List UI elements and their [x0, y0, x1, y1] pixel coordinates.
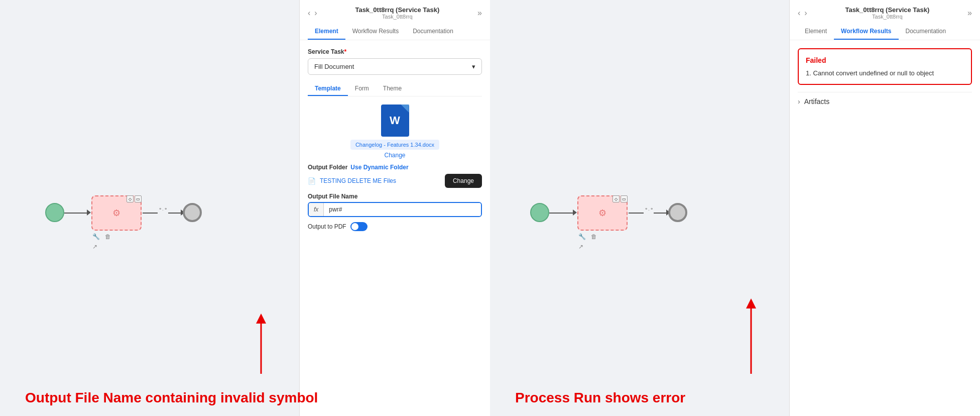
error-box: Failed 1. Cannot convert undefined or nu… — [798, 48, 972, 85]
panel-body: Service Task* Fill Document ▾ Template F… — [300, 40, 490, 416]
right-tab-workflow-results[interactable]: Workflow Results — [834, 24, 898, 40]
right-gear-icon: ⚙ — [598, 207, 606, 219]
right-delete-icon[interactable]: 🗑 — [591, 233, 597, 240]
connector-3 — [168, 213, 182, 214]
right-panel-tabs: Element Workflow Results Documentation — [798, 24, 972, 40]
service-task-select[interactable]: Fill Document ▾ — [308, 58, 482, 75]
right-prev-arrow[interactable]: ‹ — [798, 9, 800, 18]
pdf-toggle-row: Output to PDF — [308, 222, 482, 231]
intermediate-event: ⚬.⚬ — [158, 206, 168, 212]
pdf-label: Output to PDF — [308, 223, 346, 230]
service-task-label: Service Task* — [308, 48, 482, 55]
task-tools-2: ↗ — [92, 243, 97, 250]
prev-arrow[interactable]: ‹ — [308, 9, 310, 18]
file-name: TESTING DELETE ME Files — [320, 177, 441, 184]
left-panel: ‹ › Task_0tt8rrq (Service Task) Task_0tt… — [299, 0, 490, 416]
expand-icon[interactable]: » — [477, 9, 482, 18]
end-event[interactable] — [183, 203, 202, 222]
connector-2 — [143, 213, 158, 214]
panel-title: Task_0tt8rrq (Service Task) Task_0tt8rrq — [317, 6, 477, 20]
left-half: ⚙ ◇ ▭ 🔧 🗑 ↗ ⚬.⚬ — [0, 0, 490, 416]
file-row: 📄 TESTING DELETE ME Files Change — [308, 174, 482, 188]
right-panel-title-main: Task_0tt8rrq (Service Task) — [807, 6, 967, 14]
right-spanner-icon[interactable]: 🔧 — [578, 233, 586, 240]
service-task-value: Fill Document — [314, 63, 354, 70]
service-task[interactable]: ⚙ ◇ ▭ — [91, 195, 142, 231]
pdf-toggle[interactable] — [350, 222, 368, 231]
output-file-input-row: fx — [308, 202, 482, 217]
right-task-icon-1: ◇ — [612, 195, 620, 202]
right-nav-arrows: ‹ › — [798, 9, 807, 18]
sub-tab-template[interactable]: Template — [308, 82, 348, 96]
right-intermediate: ⚬.⚬ — [644, 206, 654, 212]
error-title: Failed — [806, 56, 964, 64]
sub-tab-form[interactable]: Form — [348, 82, 376, 96]
output-folder-label: Output Folder — [308, 164, 347, 171]
file-icon: 📄 — [308, 177, 316, 185]
fx-badge: fx — [309, 203, 324, 216]
right-panel-title: Task_0tt8rrq (Service Task) Task_0tt8rrq — [807, 6, 967, 20]
artifacts-row: › Artifacts — [798, 92, 972, 111]
delete-icon[interactable]: 🗑 — [105, 233, 111, 240]
right-connector-1 — [549, 213, 574, 214]
right-connector-3 — [654, 213, 668, 214]
tab-element[interactable]: Element — [308, 24, 345, 40]
change-button[interactable]: Change — [445, 174, 482, 188]
right-tab-documentation[interactable]: Documentation — [899, 24, 953, 40]
tab-documentation[interactable]: Documentation — [406, 24, 460, 40]
dropdown-chevron-icon: ▾ — [472, 63, 475, 70]
right-service-task[interactable]: ⚙ ◇ ▭ — [577, 195, 628, 231]
file-preview: W Changelog - Features 1.34.docx Change — [308, 105, 482, 159]
tab-workflow-results[interactable]: Workflow Results — [345, 24, 406, 40]
right-panel-title-sub: Task_0tt8rrq — [807, 14, 967, 20]
spanner-icon[interactable]: 🔧 — [92, 233, 100, 240]
chevron-right-icon[interactable]: › — [798, 97, 800, 106]
right-end-event[interactable] — [668, 203, 687, 222]
task-icon-1: ◇ — [127, 195, 134, 202]
right-start-event[interactable] — [530, 203, 549, 222]
right-panel-nav: ‹ › Task_0tt8rrq (Service Task) Task_0tt… — [798, 6, 972, 20]
right-expand-icon[interactable]: » — [967, 9, 972, 18]
right-panel-header: ‹ › Task_0tt8rrq (Service Task) Task_0tt… — [790, 0, 980, 40]
artifacts-label: Artifacts — [804, 97, 830, 106]
panel-header: ‹ › Task_0tt8rrq (Service Task) Task_0tt… — [300, 0, 490, 40]
sub-tab-theme[interactable]: Theme — [376, 82, 409, 96]
gear-icon: ⚙ — [112, 207, 120, 219]
panel-nav: ‹ › Task_0tt8rrq (Service Task) Task_0tt… — [308, 6, 482, 20]
change-file-link[interactable]: Change — [384, 152, 405, 159]
output-folder-row: Output Folder Use Dynamic Folder — [308, 164, 482, 171]
task-icon-2: ▭ — [135, 195, 142, 202]
start-event[interactable] — [45, 203, 64, 222]
connector-1 — [64, 213, 88, 214]
arrow-icon[interactable]: ↗ — [92, 243, 97, 250]
nav-arrows: ‹ › — [308, 9, 317, 18]
right-panel-body: Failed 1. Cannot convert undefined or nu… — [790, 40, 980, 416]
file-chip: Changelog - Features 1.34.docx — [350, 140, 439, 150]
right-tab-element[interactable]: Element — [798, 24, 834, 40]
right-connector-2 — [629, 213, 644, 214]
sub-tabs: Template Form Theme — [308, 82, 482, 96]
panel-title-main: Task_0tt8rrq (Service Task) — [317, 6, 477, 14]
right-task-tools: 🔧 🗑 — [578, 233, 597, 240]
output-file-name-label: Output File Name — [308, 193, 482, 200]
panel-tabs: Element Workflow Results Documentation — [308, 24, 482, 40]
error-message: 1. Cannot convert undefined or null to o… — [806, 69, 964, 77]
right-task-icon-2: ▭ — [621, 195, 628, 202]
output-file-input[interactable] — [324, 203, 481, 216]
dynamic-folder-link[interactable]: Use Dynamic Folder — [350, 164, 408, 171]
right-half: ⚙ ◇ ▭ 🔧 🗑 ↗ ⚬.⚬ ‹ — [490, 0, 980, 416]
right-panel: ‹ › Task_0tt8rrq (Service Task) Task_0tt… — [789, 0, 980, 416]
panel-title-sub: Task_0tt8rrq — [317, 14, 477, 20]
word-icon: W — [381, 105, 409, 137]
task-tools: 🔧 🗑 — [92, 233, 111, 240]
right-arrow-icon[interactable]: ↗ — [578, 243, 583, 250]
